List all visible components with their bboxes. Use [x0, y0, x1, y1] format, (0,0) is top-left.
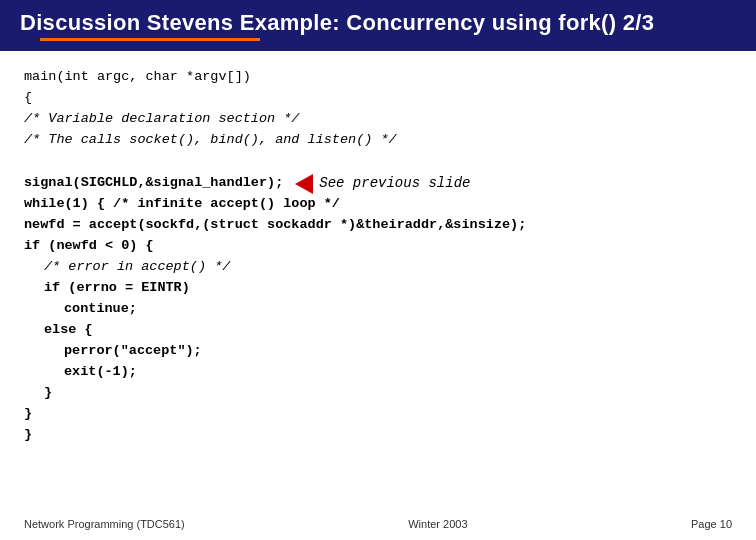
code-line-2: {	[24, 88, 732, 109]
slide-content: main(int argc, char *argv[]) { /* Variab…	[0, 51, 756, 453]
slide-footer: Network Programming (TDC561) Winter 2003…	[0, 518, 756, 530]
slide-header: Discussion Stevens Example: Concurrency …	[0, 0, 756, 51]
code-block: main(int argc, char *argv[]) { /* Variab…	[24, 67, 732, 445]
code-line-1: main(int argc, char *argv[])	[24, 67, 732, 88]
footer-center: Winter 2003	[408, 518, 467, 530]
signal-line: signal(SIGCHLD,&signal_handler); See pre…	[24, 173, 732, 195]
code-line-7: while(1) { /* infinite accept() loop */	[24, 194, 732, 215]
code-line-17: }	[24, 404, 732, 425]
spacer	[24, 151, 732, 161]
annotation-text: See previous slide	[319, 173, 470, 195]
code-line-3: /* Variable declaration section */	[24, 109, 732, 130]
arrow-icon	[295, 174, 313, 194]
code-line-13: else {	[24, 320, 732, 341]
code-line-11: if (errno = EINTR)	[24, 278, 732, 299]
slide-title: Discussion Stevens Example: Concurrency …	[20, 10, 654, 36]
code-line-18: }	[24, 425, 732, 446]
arrow-annotation: See previous slide	[295, 173, 470, 195]
code-line-4: /* The calls socket(), bind(), and liste…	[24, 130, 732, 151]
footer-left: Network Programming (TDC561)	[24, 518, 185, 530]
code-line-9: if (newfd < 0) {	[24, 236, 732, 257]
signal-code: signal(SIGCHLD,&signal_handler);	[24, 173, 283, 194]
slide: Discussion Stevens Example: Concurrency …	[0, 0, 756, 540]
header-underline	[40, 38, 260, 41]
footer-right: Page 10	[691, 518, 732, 530]
code-line-16: }	[24, 383, 732, 404]
code-line-15: exit(-1);	[24, 362, 732, 383]
code-line-12: continue;	[24, 299, 732, 320]
code-line-10: /* error in accept() */	[24, 257, 732, 278]
code-line-8: newfd = accept(sockfd,(struct sockaddr *…	[24, 215, 732, 236]
code-line-14: perror("accept");	[24, 341, 732, 362]
